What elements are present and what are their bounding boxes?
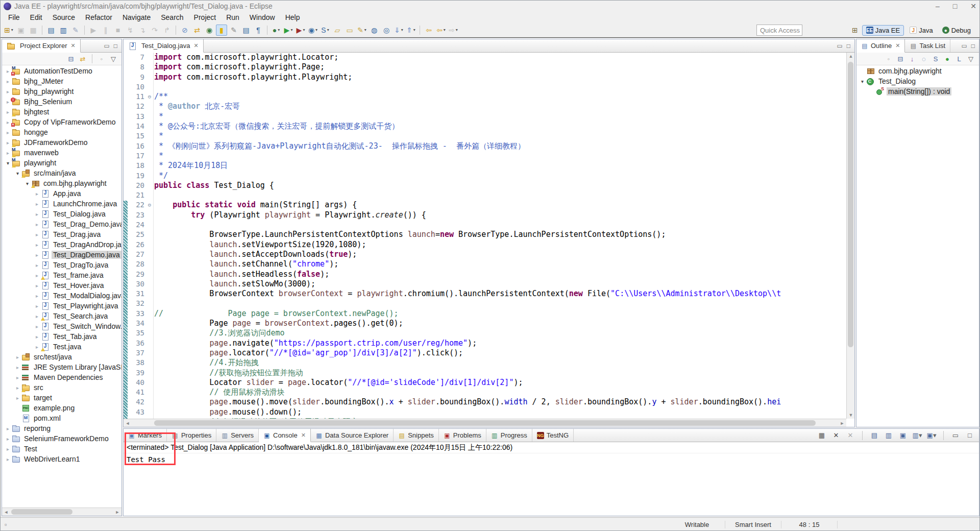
expand-icon[interactable]: ▸	[33, 334, 41, 340]
maximize-panel-button[interactable]: □	[114, 42, 117, 50]
last-edit-location-button[interactable]: ⇦	[423, 25, 434, 36]
tab-outline[interactable]: ▤ Outline ✕	[856, 39, 905, 53]
expand-icon[interactable]: ▸	[4, 119, 12, 125]
expand-icon[interactable]: ▸	[33, 252, 41, 258]
view-menu-button[interactable]: ▽	[108, 54, 118, 64]
explorer-item-target[interactable]: ▸target	[2, 393, 121, 403]
scroll-right-icon[interactable]: ►	[838, 421, 846, 426]
editor-hscrollbar[interactable]: ◄ ►	[124, 419, 846, 427]
hide-non-public-button[interactable]: ●	[942, 54, 952, 64]
menu-navigate[interactable]: Navigate	[118, 12, 155, 22]
explorer-item-test-dialog-java[interactable]: ▸Test_Dialog.java	[2, 209, 121, 219]
expand-icon[interactable]: ▸	[14, 395, 21, 401]
tab-properties[interactable]: ▤Properties	[167, 429, 216, 442]
explorer-item-launchchrome-java[interactable]: ▸LaunchChrome.java	[2, 199, 121, 209]
explorer-item-playwright[interactable]: ▾playwright	[2, 158, 121, 168]
menu-source[interactable]: Source	[48, 12, 80, 22]
run-button[interactable]: ▶▾	[283, 25, 294, 36]
close-icon[interactable]: ✕	[193, 42, 198, 49]
forward-button[interactable]: ⇨▾	[448, 25, 459, 36]
scroll-left-icon[interactable]: ◄	[124, 421, 132, 426]
explorer-item-test-frame-java[interactable]: ▸Test_frame.java	[2, 270, 121, 280]
maximize-panel-button[interactable]: □	[847, 42, 850, 50]
explorer-item-jre-system-library-javase-1-[interactable]: ▸JRE System Library [JavaSE-1.	[2, 362, 121, 372]
explorer-hscrollbar[interactable]: ◄ ►	[2, 508, 121, 516]
clear-console-button[interactable]: ▦	[817, 430, 827, 441]
explorer-item-bjhgtest[interactable]: ▸bjhgtest	[2, 107, 121, 117]
save-button[interactable]: ▣	[15, 25, 27, 36]
hide-static-button[interactable]: S	[930, 54, 941, 64]
editor-vscrollbar[interactable]: ▲ ▼	[846, 53, 854, 419]
menu-project[interactable]: Project	[189, 12, 221, 22]
explorer-item-test-drag-demo-java[interactable]: ▸Test_Drag_Demo.java	[2, 219, 121, 229]
back-button[interactable]: ⇦▾	[435, 25, 447, 36]
fold-minus-icon[interactable]: ⊖	[146, 92, 153, 102]
window-close-button[interactable]: ✕	[970, 2, 976, 10]
explorer-item-test-dragto-java[interactable]: ▸Test_DragTo.java	[2, 260, 121, 270]
expand-icon[interactable]: ▸	[33, 313, 41, 319]
expand-icon[interactable]: ▸	[33, 273, 41, 278]
spelling-button[interactable]: ✎	[228, 25, 239, 36]
open-perspective-icon[interactable]: ⊞	[852, 26, 858, 34]
explorer-item-copy-of-vipframeworkdemo[interactable]: ▸✕Copy of VipFrameworkDemo	[2, 117, 121, 127]
format-button[interactable]: ¶	[253, 25, 264, 36]
scroll-left-icon[interactable]: ◄	[2, 510, 10, 515]
minimize-panel-button[interactable]: ▭	[837, 42, 842, 50]
expand-icon[interactable]: ▸	[33, 262, 41, 268]
expand-icon[interactable]: ▸	[14, 365, 21, 370]
terminate-button[interactable]: ■	[112, 25, 124, 36]
explorer-item-mavenweb[interactable]: ▸mavenweb	[2, 148, 121, 158]
binary-editor-button[interactable]: ▤	[45, 25, 57, 36]
minimize-panel-button[interactable]: ▭	[961, 42, 967, 50]
expand-icon[interactable]: ▸	[4, 68, 12, 74]
perspective-java-ee[interactable]: EEJava EE	[862, 25, 904, 36]
expand-icon[interactable]: ▸	[33, 324, 41, 329]
focus-button[interactable]: ◦	[884, 54, 894, 64]
collapse-icon[interactable]: ▾	[859, 79, 866, 84]
step-into-button[interactable]: ↴	[137, 25, 148, 36]
export-button[interactable]: ⇑▾	[405, 25, 416, 36]
outline-item-com-bjhg-playwright[interactable]: com.bjhg.playwright	[856, 66, 979, 76]
explorer-item-automationtestdemo[interactable]: ▸✕AutomationTestDemo	[2, 66, 121, 76]
expand-icon[interactable]: ▸	[33, 344, 41, 350]
expand-icon[interactable]: ▸	[33, 242, 41, 248]
collapse-all-button[interactable]: ⊟	[895, 54, 905, 64]
explorer-item-test[interactable]: ▸Test	[2, 444, 121, 454]
disconnect-button[interactable]: ↯	[125, 25, 136, 36]
quick-access-box[interactable]: Quick Access	[756, 25, 802, 36]
collapse-icon[interactable]: ▾	[4, 160, 12, 166]
expand-icon[interactable]: ▸	[4, 456, 12, 462]
expand-icon[interactable]: ▸	[4, 79, 12, 84]
explorer-item-test-modaldialog-java[interactable]: ▸Test_ModalDialog.java	[2, 291, 121, 301]
new-task-button[interactable]: ◉	[204, 25, 215, 36]
collapse-all-button[interactable]: ⊟	[66, 54, 76, 64]
view-menu-button[interactable]: ▽	[966, 54, 976, 64]
word-wrap-button[interactable]: ▥	[884, 430, 894, 441]
outline-item-main-string-void[interactable]: main(String[]) : void	[856, 86, 979, 96]
explorer-item-bjhg-jmeter[interactable]: ▸bjhg_JMeter	[2, 76, 121, 86]
expand-icon[interactable]: ▸	[33, 303, 41, 309]
explorer-item-bjhg-selenium[interactable]: ▸!Bjhg_Selenium	[2, 96, 121, 107]
explorer-item-maven-dependencies[interactable]: ▸Maven Dependencies	[2, 372, 121, 382]
explorer-item-webdriverlearn1[interactable]: ▸WebDriverLearn1	[2, 454, 121, 464]
explorer-item-src[interactable]: ▸src	[2, 382, 121, 393]
expand-icon[interactable]: ▸	[4, 109, 12, 115]
resume-button[interactable]: ▶	[88, 25, 99, 36]
menu-run[interactable]: Run	[222, 12, 244, 22]
java-refactor-button[interactable]: ⇄	[191, 25, 203, 36]
open-resource-button[interactable]: ▭	[344, 25, 355, 36]
close-icon[interactable]: ✕	[895, 42, 900, 49]
save-all-button[interactable]: ▦	[28, 25, 39, 36]
expand-icon[interactable]: ▸	[4, 150, 12, 156]
window-maximize-button[interactable]: □	[953, 2, 957, 10]
expand-icon[interactable]: ▸	[4, 436, 12, 442]
expand-icon[interactable]: ▸	[14, 375, 21, 380]
tab-test-dialog-java[interactable]: Test_Dialog.java ✕	[124, 39, 204, 53]
skip-breakpoints-button[interactable]: ⊘	[179, 25, 190, 36]
outline-item-test-dialog[interactable]: ▾Test_Dialog	[856, 76, 979, 86]
explorer-item-bjhg-playwright[interactable]: ▸bjhg_playwright	[2, 86, 121, 96]
link-with-editor-button[interactable]: ⇄	[78, 54, 88, 64]
explorer-item-test-playwright-java[interactable]: ▸Test_Playwright.java	[2, 301, 121, 311]
explorer-item-test-drag-java[interactable]: ▸Test_Drag.java	[2, 229, 121, 239]
expand-icon[interactable]: ▸	[33, 232, 41, 237]
